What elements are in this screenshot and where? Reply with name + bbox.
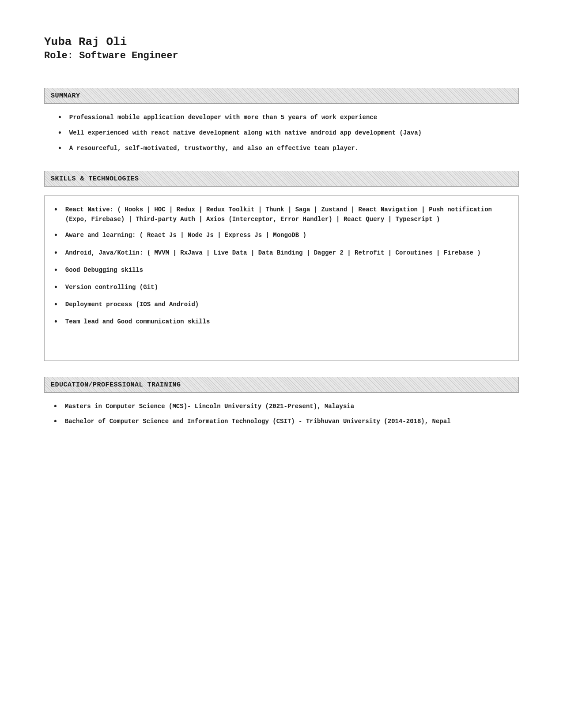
education-item-1: Masters in Computer Science (MCS)- Linco…: [44, 402, 519, 413]
skills-item-4: Good Debugging skills: [45, 265, 510, 276]
summary-item-3: A resourceful, self-motivated, trustwort…: [49, 143, 519, 154]
summary-header: SUMMARY: [44, 88, 519, 104]
skills-item-7: Team lead and Good communication skills: [45, 317, 510, 328]
summary-list: Professional mobile application develope…: [44, 113, 519, 155]
skills-header: SKILLS & TECHNOLOGIES: [44, 171, 519, 187]
summary-item-2: Well experienced with react native devel…: [49, 128, 519, 139]
education-section: EDUCATION/PROFESSIONAL TRAINING Masters …: [44, 377, 519, 427]
skills-section: SKILLS & TECHNOLOGIES React Native: ( Ho…: [44, 171, 519, 361]
skills-item-1: React Native: ( Hooks | HOC | Redux | Re…: [45, 205, 510, 225]
skills-item-2: Aware and learning: ( React Js | Node Js…: [45, 230, 510, 241]
education-list: Masters in Computer Science (MCS)- Linco…: [44, 402, 519, 427]
summary-title: SUMMARY: [51, 92, 80, 100]
header: Yuba Raj Oli Role: Software Engineer: [44, 35, 519, 61]
education-title: EDUCATION/PROFESSIONAL TRAINING: [51, 381, 181, 389]
skills-list: React Native: ( Hooks | HOC | Redux | Re…: [45, 205, 510, 328]
education-header: EDUCATION/PROFESSIONAL TRAINING: [44, 377, 519, 393]
header-role: Role: Software Engineer: [44, 50, 519, 61]
skills-title: SKILLS & TECHNOLOGIES: [51, 175, 139, 183]
summary-item-1: Professional mobile application develope…: [49, 113, 519, 124]
skills-item-5: Version controlling (Git): [45, 282, 510, 293]
skills-item-3: Android, Java/Kotlin: ( MVVM | RxJava | …: [45, 248, 510, 259]
skills-item-6: Deployment process (IOS and Android): [45, 300, 510, 311]
summary-section: SUMMARY Professional mobile application …: [44, 88, 519, 155]
education-item-2: Bachelor of Computer Science and Informa…: [44, 417, 519, 428]
skills-box: React Native: ( Hooks | HOC | Redux | Re…: [44, 195, 519, 361]
header-name: Yuba Raj Oli: [44, 35, 519, 49]
